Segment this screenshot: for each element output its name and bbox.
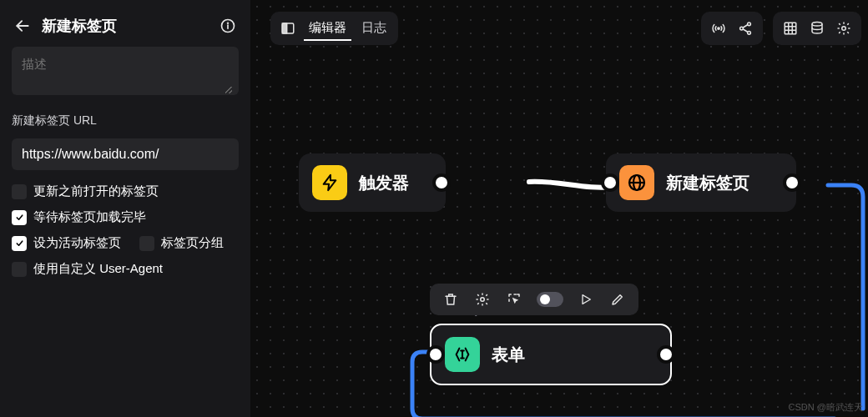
svg-marker-20 (324, 175, 336, 190)
port-in[interactable] (601, 173, 619, 192)
edit-icon[interactable] (608, 290, 627, 309)
node-label: 表单 (492, 344, 525, 366)
check-set-active[interactable]: 设为活动标签页 (12, 235, 121, 251)
check-custom-ua[interactable]: 使用自定义 User-Agent (12, 261, 239, 277)
info-icon[interactable] (217, 15, 239, 37)
svg-line-12 (743, 29, 748, 33)
top-right-toolbar (701, 12, 861, 45)
check-label: 等待标签页加载完毕 (33, 209, 146, 225)
checkbox-icon (12, 210, 27, 225)
tabs-pill: 编辑器 日志 (270, 12, 398, 45)
port-out[interactable] (657, 345, 675, 364)
pill-share (701, 12, 763, 45)
checkbox-icon (12, 236, 27, 251)
node-form[interactable]: 9mvqnf3 表单 (430, 324, 672, 385)
check-update-prev[interactable]: 更新之前打开的标签页 (12, 183, 239, 199)
port-in[interactable] (426, 345, 445, 364)
check-label: 使用自定义 User-Agent (33, 261, 163, 277)
node-new-tab[interactable]: 新建标签页 (606, 153, 796, 212)
check-label: 设为活动标签页 (33, 235, 121, 251)
enable-toggle[interactable] (537, 292, 563, 307)
checkbox-icon (12, 262, 27, 277)
sidebar-toggle-icon[interactable] (277, 18, 299, 39)
checkbox-icon (12, 184, 27, 199)
check-row-active-group: 设为活动标签页 标签页分组 (12, 235, 239, 251)
url-label: 新建标签页 URL (12, 113, 239, 128)
pill-view (773, 12, 861, 45)
check-tab-group[interactable]: 标签页分组 (139, 235, 224, 251)
play-icon[interactable] (577, 290, 595, 309)
database-icon[interactable] (806, 18, 828, 39)
port-out[interactable] (783, 173, 801, 192)
url-input[interactable] (12, 138, 239, 170)
delete-icon[interactable] (442, 290, 460, 309)
check-label: 更新之前打开的标签页 (33, 183, 159, 199)
svg-point-3 (228, 23, 229, 23)
lightning-icon (312, 165, 347, 200)
svg-point-27 (481, 298, 485, 302)
node-trigger[interactable]: 触发器 (299, 153, 446, 212)
svg-rect-13 (785, 23, 796, 34)
svg-line-11 (743, 25, 748, 28)
svg-point-7 (718, 28, 719, 29)
back-arrow-icon[interactable] (12, 15, 33, 37)
grid-icon[interactable] (780, 18, 801, 39)
svg-marker-28 (583, 295, 590, 304)
globe-icon (619, 165, 654, 200)
svg-point-19 (842, 27, 846, 31)
node-label: 触发器 (359, 172, 409, 194)
gear-icon[interactable] (473, 290, 492, 309)
svg-point-18 (812, 23, 822, 27)
form-icon (445, 337, 480, 372)
settings-icon[interactable] (833, 18, 855, 39)
description-wrap (12, 47, 239, 98)
description-input[interactable] (12, 47, 239, 95)
port-out[interactable] (432, 173, 451, 192)
watermark: CSDN @暗武连天 (789, 401, 863, 414)
select-icon[interactable] (505, 290, 523, 309)
node-toolbar (430, 284, 638, 315)
checkbox-icon (139, 236, 154, 251)
check-label: 标签页分组 (161, 235, 224, 251)
svg-rect-6 (282, 23, 286, 33)
canvas[interactable]: 编辑器 日志 (250, 0, 868, 417)
tab-editor[interactable]: 编辑器 (304, 17, 351, 41)
sidebar: 新建标签页 新建标签页 URL 更新之前打开的标签页 等待标签页加载完毕 设为活… (0, 0, 250, 417)
node-label: 新建标签页 (666, 172, 749, 194)
check-wait-load[interactable]: 等待标签页加载完毕 (12, 209, 239, 225)
tab-log[interactable]: 日志 (356, 17, 391, 41)
sidebar-title: 新建标签页 (42, 16, 209, 36)
sidebar-header: 新建标签页 (12, 15, 239, 37)
top-left-toolbar: 编辑器 日志 (270, 12, 398, 45)
share-icon[interactable] (734, 18, 756, 39)
broadcast-icon[interactable] (708, 18, 729, 39)
